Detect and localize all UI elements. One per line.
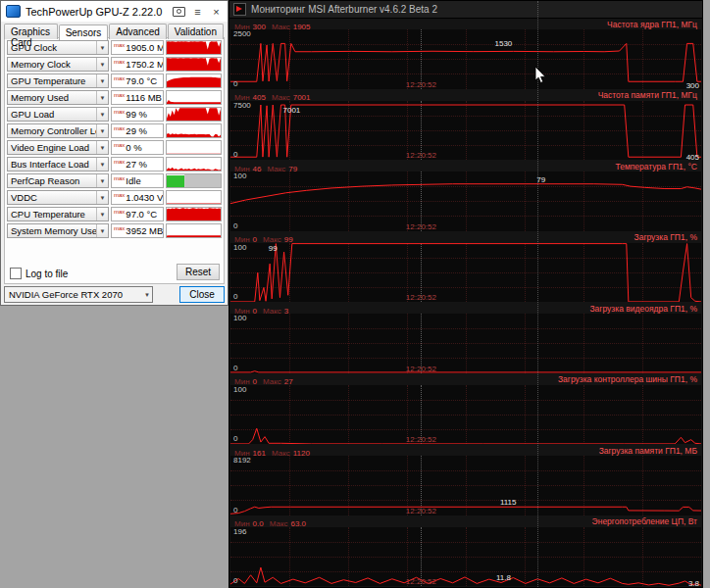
sensor-select-video-engine-load[interactable]: Video Engine Load▼ bbox=[7, 140, 109, 155]
sensor-label: System Memory Used bbox=[11, 225, 96, 236]
monitor-graph: 196012:20:5211.83.8 bbox=[230, 527, 701, 587]
monitor-graph: 2500012:20:521530300 bbox=[230, 29, 701, 89]
sensor-history-graph bbox=[167, 91, 221, 104]
graph-line bbox=[230, 385, 701, 445]
value-label: 1115 bbox=[500, 498, 517, 507]
sensor-graph bbox=[166, 57, 222, 72]
menu-icon[interactable]: ≡ bbox=[188, 3, 207, 20]
monitor-graph: 100012:20:52 bbox=[230, 314, 701, 373]
gpuz-device-row: NVIDIA GeForce RTX 2070 ▼ Close bbox=[4, 286, 225, 303]
sensor-value: max1750.2 MHz bbox=[111, 57, 164, 72]
chevron-down-icon: ▼ bbox=[96, 224, 108, 237]
sensor-history-graph bbox=[167, 108, 221, 121]
sensor-history-graph bbox=[167, 208, 221, 220]
sensor-value-text: 0 % bbox=[126, 142, 141, 153]
current-value-label: 300 bbox=[686, 81, 699, 88]
gpuz-app-icon bbox=[6, 5, 21, 18]
sensor-graph bbox=[166, 207, 222, 221]
sensor-value-text: 3952 MB bbox=[126, 225, 163, 236]
sensor-graph bbox=[166, 157, 222, 172]
sensor-history-graph bbox=[167, 191, 221, 204]
camera-icon[interactable] bbox=[170, 3, 188, 20]
sensor-select-system-memory-used[interactable]: System Memory Used▼ bbox=[7, 223, 109, 238]
sensor-select-memory-controller-load[interactable]: Memory Controller Load▼ bbox=[7, 123, 109, 138]
tab-advanced[interactable]: Advanced bbox=[109, 24, 166, 39]
gpuz-sensor-list: GPU Clock▼max1905.0 MHzMemory Clock▼max1… bbox=[6, 40, 223, 240]
sensor-row: System Memory Used▼max3952 MB bbox=[7, 223, 222, 238]
afterburner-app-icon bbox=[233, 3, 246, 16]
axis-zero-label: 0 bbox=[233, 151, 237, 159]
tab-validation[interactable]: Validation bbox=[168, 24, 224, 39]
time-label: 12:20:52 bbox=[406, 293, 436, 302]
sensor-graph bbox=[166, 223, 222, 238]
tab-graphics-card[interactable]: Graphics Card bbox=[4, 24, 58, 39]
axis-zero-label: 0 bbox=[233, 222, 237, 230]
sensor-row: GPU Temperature▼max79.0 °C bbox=[7, 74, 222, 88]
graph-line bbox=[230, 456, 701, 515]
log-to-file-label: Log to file bbox=[25, 269, 68, 279]
sensor-select-memory-clock[interactable]: Memory Clock▼ bbox=[7, 57, 109, 72]
sensor-select-cpu-temperature[interactable]: CPU Temperature▼ bbox=[7, 207, 109, 221]
monitor-panel-2: Мин405Макс7001Частота памяти ГП1, МГц750… bbox=[229, 90, 702, 162]
sensor-label: Bus Interface Load bbox=[11, 159, 96, 170]
chevron-down-icon: ▼ bbox=[96, 208, 108, 220]
tab-sensors[interactable]: Sensors bbox=[59, 24, 109, 40]
sensor-history-graph bbox=[167, 124, 221, 137]
panel-title: Температура ГП1, °C bbox=[615, 162, 697, 172]
close-button[interactable]: Close bbox=[179, 286, 225, 303]
chevron-down-icon: ▼ bbox=[96, 108, 108, 121]
sensor-select-bus-interface-load[interactable]: Bus Interface Load▼ bbox=[7, 157, 109, 172]
reset-button[interactable]: Reset bbox=[177, 264, 220, 280]
afterburner-window: Мониторинг MSI Afterburner v4.6.2 Beta 2… bbox=[228, 0, 703, 588]
axis-zero-label: 0 bbox=[233, 435, 237, 443]
sensor-row: GPU Load▼max99 % bbox=[7, 107, 222, 122]
close-icon[interactable]: × bbox=[207, 3, 226, 20]
desktop: TechPowerUp GPU-Z 2.22.0 ≡ × Graphics Ca… bbox=[0, 0, 710, 588]
axis-max-label: 100 bbox=[233, 386, 246, 394]
monitor-panel-8: Мин0.0Макс63.0Энергопотребление ЦП, Вт19… bbox=[229, 516, 702, 588]
panel-title: Загрузка видеоядра ГП1, % bbox=[589, 304, 697, 314]
perfcap-graph bbox=[167, 174, 221, 187]
sensor-select-memory-used[interactable]: Memory Used▼ bbox=[7, 90, 109, 105]
sensor-select-vddc[interactable]: VDDC▼ bbox=[7, 190, 109, 205]
afterburner-panels: Мин300Макс1905Частота ядра ГП1, МГц25000… bbox=[229, 19, 702, 587]
monitor-panel-6: Мин0Макс27Загрузка контроллера шины ГП1,… bbox=[229, 374, 702, 446]
value-label: 1530 bbox=[494, 39, 512, 48]
panel-header: Мин0Макс99Загрузка ГП1, % bbox=[229, 232, 702, 243]
axis-max-label: 196 bbox=[233, 528, 246, 536]
chevron-down-icon: ▼ bbox=[96, 41, 108, 54]
gpuz-window: TechPowerUp GPU-Z 2.22.0 ≡ × Graphics Ca… bbox=[0, 0, 228, 306]
sensor-value-tag: max bbox=[114, 42, 125, 48]
axis-zero-label: 0 bbox=[233, 507, 237, 514]
chevron-down-icon: ▼ bbox=[144, 292, 150, 298]
log-to-file[interactable]: Log to file bbox=[10, 268, 68, 279]
chevron-down-icon: ▼ bbox=[96, 158, 108, 171]
sensor-select-perfcap-reason[interactable]: PerfCap Reason▼ bbox=[7, 173, 109, 188]
sensor-label: PerfCap Reason bbox=[11, 175, 96, 186]
sensor-label: CPU Temperature bbox=[11, 209, 96, 220]
axis-zero-label: 0 bbox=[233, 577, 237, 585]
device-select-value: NVIDIA GeForce RTX 2070 bbox=[9, 289, 123, 300]
sensor-row: Memory Clock▼max1750.2 MHz bbox=[7, 57, 222, 72]
value-label: 99 bbox=[269, 244, 278, 253]
sensor-value-tag: max bbox=[114, 142, 125, 148]
time-label: 12:20:52 bbox=[406, 222, 436, 231]
device-select[interactable]: NVIDIA GeForce RTX 2070 ▼ bbox=[4, 286, 153, 303]
time-label: 12:20:52 bbox=[406, 151, 436, 160]
panel-title: Частота памяти ГП1, МГц bbox=[598, 90, 697, 100]
sensor-select-gpu-load[interactable]: GPU Load▼ bbox=[7, 107, 109, 122]
sensor-select-gpu-temperature[interactable]: GPU Temperature▼ bbox=[7, 74, 109, 88]
sensor-graph bbox=[166, 140, 222, 155]
axis-zero-label: 0 bbox=[233, 365, 237, 372]
log-to-file-checkbox[interactable] bbox=[10, 268, 22, 279]
panel-title: Загрузка ГП1, % bbox=[634, 232, 697, 242]
sensor-label: Memory Used bbox=[11, 92, 96, 103]
gpuz-titlebar[interactable]: TechPowerUp GPU-Z 2.22.0 ≡ × bbox=[1, 1, 228, 22]
panel-header: Мин0Макс3Загрузка видеоядра ГП1, % bbox=[229, 303, 702, 314]
time-label: 12:20:52 bbox=[406, 435, 436, 444]
graph-line bbox=[230, 101, 701, 161]
monitor-panel-3: Мин46Макс79Температура ГП1, °C100012:20:… bbox=[229, 161, 702, 232]
sensor-value-tag: max bbox=[114, 109, 125, 115]
chevron-down-icon: ▼ bbox=[96, 141, 108, 154]
axis-max-label: 8192 bbox=[233, 457, 251, 465]
